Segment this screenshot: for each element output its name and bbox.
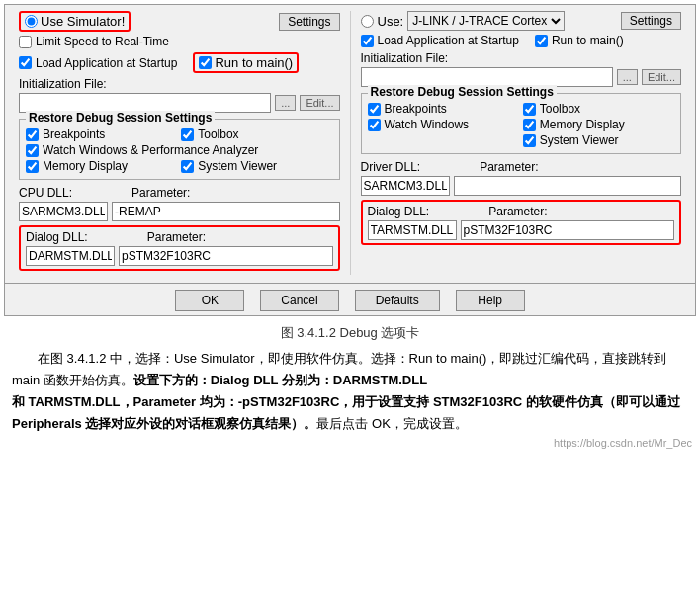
right-toolbox-item: Toolbox — [523, 102, 674, 116]
left-dialog-dll-labels: Dialog DLL: Parameter: — [26, 230, 333, 244]
restore-checkboxes: Breakpoints Toolbox Watch Windows & Perf… — [26, 127, 333, 173]
driver-dll-section: Driver DLL: Parameter: — [361, 160, 682, 196]
system-viewer-item: System Viewer — [181, 159, 332, 173]
cpu-param-label: Parameter: — [131, 186, 190, 200]
run-to-main-group[interactable]: Run to main() — [193, 52, 299, 73]
body-para-2: 和 TARMSTM.DLL，Parameter 均为：-pSTM32F103RC… — [0, 391, 700, 435]
right-load-app-row: Load Application at Startup Run to main(… — [361, 34, 682, 47]
right-run-to-main-label: Run to main() — [552, 34, 624, 47]
right-dialog-param-label: Parameter: — [488, 205, 547, 218]
edit-button[interactable]: Edit... — [300, 95, 339, 111]
use-simulator-label: Use Simulator! — [41, 14, 125, 29]
restore-group-title: Restore Debug Session Settings — [26, 111, 215, 125]
right-breakpoints-item: Breakpoints — [368, 102, 519, 116]
left-dialog-dll-group: Dialog DLL: Parameter: — [19, 225, 340, 271]
right-restore-group-title: Restore Debug Session Settings — [368, 85, 557, 99]
right-settings-button[interactable]: Settings — [621, 12, 681, 30]
dialog-buttons: OK Cancel Defaults Help — [4, 284, 696, 316]
breakpoints-checkbox[interactable] — [26, 128, 39, 141]
breakpoints-item: Breakpoints — [26, 127, 177, 141]
driver-dll-input[interactable] — [361, 176, 450, 196]
load-app-label: Load Application at Startup — [36, 56, 177, 70]
dialog-dll-label-left: Dialog DLL: — [26, 230, 88, 244]
driver-dll-label: Driver DLL: — [361, 160, 421, 174]
use-select-row: Use: J-LINK / J-TRACE Cortex — [361, 11, 566, 31]
body-bold-intro: 设置下方的：Dialog DLL 分别为： — [133, 373, 333, 387]
right-top-row: Use: J-LINK / J-TRACE Cortex Settings — [361, 11, 682, 31]
right-run-to-main-checkbox[interactable] — [535, 35, 548, 47]
right-watch-windows-item: Watch Windows — [368, 118, 519, 131]
right-breakpoints-checkbox[interactable] — [368, 103, 381, 116]
right-memory-display-checkbox[interactable] — [523, 119, 536, 131]
load-app-row: Load Application at Startup Run to main(… — [19, 52, 340, 73]
load-app-checkbox[interactable] — [19, 56, 32, 69]
run-to-main-checkbox[interactable] — [199, 56, 212, 69]
right-edit-button[interactable]: Edit... — [642, 69, 681, 85]
cpu-param-input[interactable] — [112, 202, 340, 221]
right-dialog-dll-inputs — [368, 220, 675, 240]
cancel-button[interactable]: Cancel — [260, 290, 338, 311]
right-dialog-dll-label: Dialog DLL: — [368, 205, 430, 218]
watermark: https://blog.csdn.net/Mr_Dec — [0, 437, 700, 449]
right-dialog-dll-labels: Dialog DLL: Parameter: — [368, 205, 675, 218]
browse-button[interactable]: ... — [275, 95, 296, 111]
driver-param-input[interactable] — [454, 176, 682, 196]
cpu-dll-inputs — [19, 202, 340, 221]
right-dialog-dll-group: Dialog DLL: Parameter: — [361, 200, 682, 245]
debug-dialog: Use Simulator! Settings Limit Speed to R… — [4, 4, 696, 284]
driver-dll-labels: Driver DLL: Parameter: — [361, 160, 682, 174]
right-memory-display-item: Memory Display — [523, 118, 674, 131]
right-browse-button[interactable]: ... — [617, 69, 638, 85]
use-simulator-radio[interactable] — [25, 15, 38, 28]
use-label: Use: — [378, 14, 404, 29]
right-toolbox-checkbox[interactable] — [523, 103, 536, 116]
left-dialog-dll-input[interactable] — [26, 246, 115, 266]
dialog-param-label-left: Parameter: — [147, 230, 206, 244]
right-dialog-param-input[interactable] — [461, 220, 675, 240]
ok-button[interactable]: OK — [175, 290, 244, 311]
use-external-radio[interactable] — [361, 15, 374, 28]
defaults-button[interactable]: Defaults — [355, 290, 440, 311]
right-watch-windows-checkbox[interactable] — [368, 119, 381, 131]
memory-display-checkbox[interactable] — [26, 160, 39, 173]
right-restore-debug-group: Restore Debug Session Settings Breakpoin… — [361, 93, 682, 154]
body-bold-dll2-intro: 和 TARMSTM.DLL，Parameter 均为：-pSTM32F103RC… — [12, 394, 680, 431]
body-para-1: 在图 3.4.1.2 中，选择：Use Simulator，即使用软件仿真。选择… — [0, 348, 700, 391]
right-column: Use: J-LINK / J-TRACE Cortex Settings Lo… — [351, 11, 688, 275]
watch-windows-checkbox[interactable] — [26, 144, 39, 157]
restore-debug-group: Restore Debug Session Settings Breakpoin… — [19, 119, 340, 180]
system-viewer-checkbox[interactable] — [181, 160, 194, 173]
left-dialog-dll-inputs — [26, 246, 333, 266]
cpu-dll-input[interactable] — [19, 202, 108, 221]
left-dialog-param-input[interactable] — [119, 246, 333, 266]
figure-caption: 图 3.4.1.2 Debug 选项卡 — [0, 324, 700, 342]
cpu-dll-labels: CPU DLL: Parameter: — [19, 186, 340, 200]
driver-dll-inputs — [361, 176, 682, 196]
driver-param-label: Parameter: — [480, 160, 538, 174]
init-file-row: ... Edit... — [19, 93, 340, 113]
use-select[interactable]: J-LINK / J-TRACE Cortex — [407, 11, 565, 31]
body-text-block: 在图 3.4.1.2 中，选择：Use Simulator，即使用软件仿真。选择… — [0, 348, 700, 435]
memory-display-item: Memory Display — [26, 159, 177, 173]
run-to-main-label: Run to main() — [215, 55, 293, 70]
limit-speed-checkbox[interactable] — [19, 36, 32, 48]
toolbox-item: Toolbox — [181, 127, 332, 141]
right-load-app-label: Load Application at Startup — [378, 34, 519, 47]
right-restore-checkboxes: Breakpoints Toolbox Watch Windows Memory… — [368, 102, 675, 147]
cpu-dll-section: CPU DLL: Parameter: — [19, 186, 340, 221]
right-dialog-dll-input[interactable] — [368, 220, 457, 240]
toolbox-checkbox[interactable] — [181, 128, 194, 141]
right-init-file-input[interactable] — [361, 67, 613, 87]
body-bold-dll1: DARMSTM.DLL — [333, 373, 427, 387]
use-simulator-radio-group[interactable]: Use Simulator! — [19, 11, 131, 32]
help-button[interactable]: Help — [456, 290, 525, 311]
right-load-app-checkbox[interactable] — [361, 35, 374, 47]
left-settings-button[interactable]: Settings — [279, 13, 339, 31]
right-system-viewer-item: System Viewer — [523, 133, 674, 147]
cpu-dll-label: CPU DLL: — [19, 186, 72, 200]
init-file-input[interactable] — [19, 93, 271, 113]
right-system-viewer-checkbox[interactable] — [523, 134, 536, 147]
left-column: Use Simulator! Settings Limit Speed to R… — [13, 11, 351, 275]
init-file-label: Initialization File: — [19, 77, 340, 91]
right-init-file-label: Initialization File: — [361, 51, 682, 65]
